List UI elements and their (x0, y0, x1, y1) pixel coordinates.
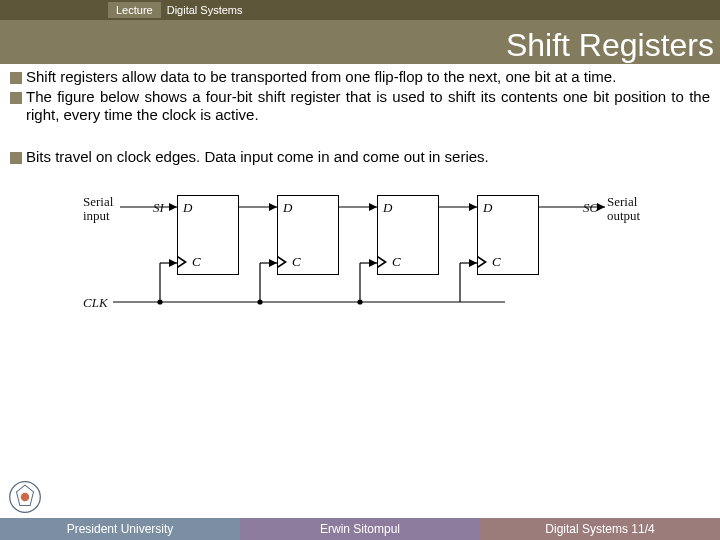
label-c: C (192, 254, 201, 270)
flipflop: D C (377, 195, 439, 275)
label-c: C (492, 254, 501, 270)
label-d: D (383, 200, 392, 216)
bullet-item: Shift registers allow data to be transpo… (10, 68, 710, 86)
svg-marker-17 (269, 259, 277, 267)
bullet-icon (10, 72, 22, 84)
bullet-text: Bits travel on clock edges. Data input c… (26, 148, 710, 166)
bullet-text: Shift registers allow data to be transpo… (26, 68, 710, 86)
svg-marker-21 (369, 259, 377, 267)
shift-register-figure: Serial input SI SO Serial output CLK (65, 180, 655, 340)
svg-point-18 (257, 299, 262, 304)
wires-svg (65, 180, 655, 340)
label-d: D (483, 200, 492, 216)
svg-marker-9 (597, 203, 605, 211)
clock-triangle-icon (278, 256, 287, 268)
bullet-icon (10, 92, 22, 104)
flipflop: D C (277, 195, 339, 275)
bullet-text: The figure below shows a four-bit shift … (26, 88, 710, 124)
page-title: Shift Registers (506, 27, 714, 64)
svg-marker-13 (169, 259, 177, 267)
content-area: Shift registers allow data to be transpo… (0, 64, 720, 340)
bullet-icon (10, 152, 22, 164)
svg-point-14 (157, 299, 162, 304)
footer-bar: President University Erwin Sitompul Digi… (0, 518, 720, 540)
svg-marker-5 (369, 203, 377, 211)
svg-marker-25 (469, 259, 477, 267)
clock-triangle-icon (478, 256, 487, 268)
label-c: C (392, 254, 401, 270)
svg-marker-1 (169, 203, 177, 211)
clock-triangle-icon (178, 256, 187, 268)
lecture-badge: Lecture (108, 2, 161, 18)
footer-center: Erwin Sitompul (240, 518, 480, 540)
footer-left: President University (0, 518, 240, 540)
label-d: D (183, 200, 192, 216)
course-name: Digital Systems (167, 4, 243, 16)
bullet-item: Bits travel on clock edges. Data input c… (10, 148, 710, 166)
bullet-item: The figure below shows a four-bit shift … (10, 88, 710, 124)
footer-right: Digital Systems 11/4 (480, 518, 720, 540)
svg-point-27 (21, 493, 30, 502)
svg-point-22 (357, 299, 362, 304)
title-band: Shift Registers (0, 20, 720, 64)
svg-marker-3 (269, 203, 277, 211)
label-c: C (292, 254, 301, 270)
svg-marker-7 (469, 203, 477, 211)
header-bar: Lecture Digital Systems (0, 0, 720, 20)
flipflop: D C (477, 195, 539, 275)
university-logo (8, 480, 42, 514)
flipflop: D C (177, 195, 239, 275)
clock-triangle-icon (378, 256, 387, 268)
label-d: D (283, 200, 292, 216)
